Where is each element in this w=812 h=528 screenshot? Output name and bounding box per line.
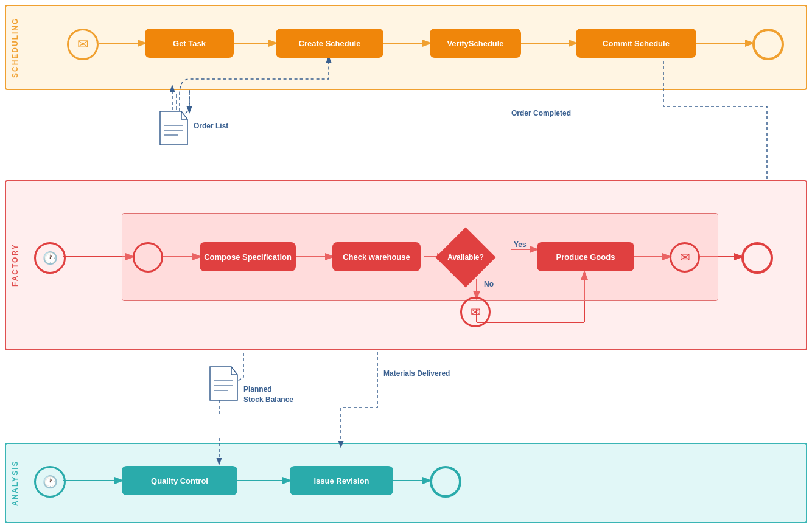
materials-delivered-label: Materials Delivered <box>383 369 450 378</box>
no-label: No <box>484 280 494 288</box>
factory-end-event <box>741 242 773 274</box>
planned-stock-document <box>207 364 240 403</box>
verify-schedule-node[interactable]: VerifySchedule <box>430 29 521 58</box>
compose-spec-node[interactable]: Compose Specification <box>200 242 296 271</box>
start-event-scheduling: ✉ <box>67 29 99 60</box>
get-task-node[interactable]: Get Task <box>145 29 234 58</box>
commit-schedule-node[interactable]: Commit Schedule <box>576 29 696 58</box>
analysis-timer-event: 🕐 <box>34 466 66 498</box>
issue-revision-node[interactable]: Issue Revision <box>290 466 393 495</box>
order-completed-label: Order Completed <box>511 109 571 117</box>
factory-label: FACTORY <box>6 181 24 349</box>
planned-stock-label: Planned Stock Balance <box>243 374 293 405</box>
factory-subprocess-start <box>133 242 163 273</box>
order-list-label: Order List <box>194 122 228 130</box>
end-event-scheduling <box>752 29 784 60</box>
available-gateway: Available? <box>444 236 487 279</box>
factory-timer-event: 🕐 <box>34 242 66 274</box>
create-schedule-node[interactable]: Create Schedule <box>276 29 383 58</box>
factory-subprocess-end-envelope: ✉ <box>670 242 700 273</box>
factory-no-envelope: ✉ <box>460 297 491 327</box>
check-warehouse-node[interactable]: Check warehouse <box>332 242 421 271</box>
scheduling-label: SCHEDULING <box>6 6 24 89</box>
produce-goods-node[interactable]: Produce Goods <box>537 242 634 271</box>
diagram-container: SCHEDULING FACTORY ANALYSIS <box>0 0 812 528</box>
yes-label: Yes <box>514 240 527 249</box>
analysis-label: ANALYSIS <box>6 444 24 522</box>
quality-control-node[interactable]: Quality Control <box>122 466 237 495</box>
analysis-end-event <box>430 466 461 498</box>
order-list-document <box>157 108 191 148</box>
